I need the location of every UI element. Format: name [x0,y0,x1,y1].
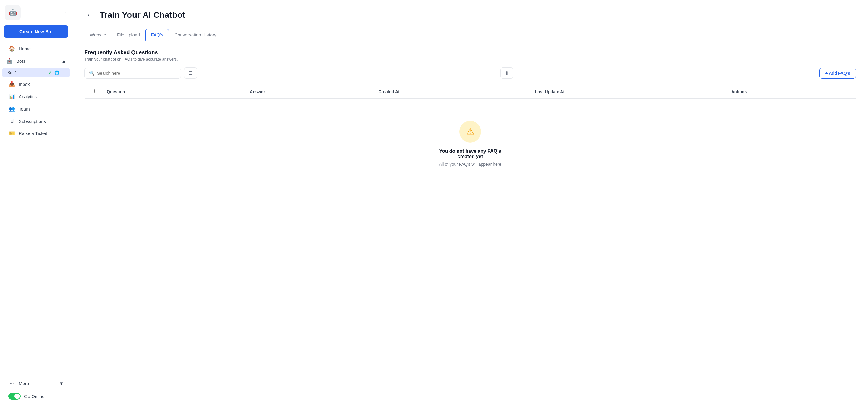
bot-name: Bot 1 [7,70,46,75]
bot-1-item[interactable]: Bot 1 ✔ 🌐 ⋮ [2,68,70,77]
empty-state-title: You do not have any FAQ'screated yet [439,148,501,160]
th-created-at: Created At [372,85,529,99]
faq-table: Question Answer Created At Last Update A… [85,85,856,189]
inbox-icon: 📥 [8,81,15,88]
warning-icon: ⚠ [466,126,475,137]
bot-more-icon[interactable]: ⋮ [62,70,66,75]
upload-button[interactable]: ⬆ [500,68,513,79]
delete-button[interactable]: ☰ [184,68,197,79]
sidebar-item-bots[interactable]: 🤖 Bots ▲ [2,55,70,67]
sidebar-item-team[interactable]: 👥 Team [2,103,70,115]
collapse-button[interactable]: ‹ [63,8,67,17]
sidebar-item-label: Raise a Ticket [19,131,47,136]
faq-section-title: Frequently Asked Questions [85,49,856,56]
search-icon: 🔍 [89,70,95,76]
sidebar-item-more[interactable]: ··· More ▼ [2,377,70,389]
subscriptions-icon: 🖥 [8,118,15,124]
go-online-toggle[interactable] [8,393,21,400]
create-new-bot-button[interactable]: Create New Bot [4,25,68,38]
more-left: ··· More [8,380,29,386]
main-content: ← Train Your AI Chatbot Website File Upl… [72,0,868,408]
more-dots-icon: ··· [8,380,15,386]
faq-section: Frequently Asked Questions Train your ch… [85,49,856,189]
back-button[interactable]: ← [85,10,95,21]
sidebar-item-raise-ticket[interactable]: 🎫 Raise a Ticket [2,127,70,139]
home-icon: 🏠 [8,45,15,52]
search-box: 🔍 [85,68,181,79]
page-title: Train Your AI Chatbot [99,10,185,20]
add-faq-button[interactable]: + Add FAQ's [819,68,856,79]
analytics-icon: 📊 [8,93,15,100]
th-question: Question [101,85,244,99]
sidebar-item-subscriptions[interactable]: 🖥 Subscriptions [2,115,70,127]
sidebar-item-label: Team [19,106,30,111]
warning-circle: ⚠ [459,121,481,142]
bots-label: Bots [16,59,25,64]
sidebar-item-label: Home [19,46,31,51]
search-input[interactable] [97,71,177,76]
sidebar-top: 🤖 ‹ [0,5,72,25]
th-last-update: Last Update At [529,85,725,99]
toggle-thumb [14,394,20,399]
more-label: More [19,381,29,386]
sidebar-item-home[interactable]: 🏠 Home [2,42,70,55]
bot-globe-icon: 🌐 [54,70,59,75]
faq-section-subtitle: Train your chatbot on FAQs to give accur… [85,57,856,62]
tab-faqs[interactable]: FAQ's [145,29,169,41]
upload-icon: ⬆ [505,70,509,76]
tab-file-upload[interactable]: File Upload [112,29,145,41]
tab-conversation-history[interactable]: Conversation History [169,29,222,41]
go-online-bar: Go Online [2,389,70,403]
th-answer: Answer [244,85,372,99]
ticket-icon: 🎫 [8,130,15,136]
bots-icon: 🤖 [6,58,13,64]
th-checkbox [85,85,101,99]
sidebar-item-label: Analytics [19,94,37,99]
go-online-label: Go Online [24,394,44,399]
table-header: Question Answer Created At Last Update A… [85,85,856,99]
bots-section: 🤖 Bots ▲ Bot 1 ✔ 🌐 ⋮ [2,55,70,77]
empty-state: ⚠ You do not have any FAQ'screated yet A… [91,103,849,185]
faq-toolbar: 🔍 ☰ ⬆ + Add FAQ's [85,68,856,79]
tab-bar: Website File Upload FAQ's Conversation H… [85,29,856,41]
empty-state-subtitle: All of your FAQ's will appear here [439,162,501,167]
logo: 🤖 [5,5,21,21]
sidebar-nav: 🏠 Home 🤖 Bots ▲ Bot 1 ✔ 🌐 ⋮ 📥 Inbox [0,42,72,139]
bot-status-icon: ✔ [48,70,52,75]
sidebar: 🤖 ‹ Create New Bot 🏠 Home 🤖 Bots ▲ Bot 1… [0,0,72,408]
team-icon: 👥 [8,106,15,112]
empty-state-cell: ⚠ You do not have any FAQ'screated yet A… [85,99,856,189]
tab-website[interactable]: Website [85,29,112,41]
sidebar-item-label: Inbox [19,82,30,87]
delete-icon: ☰ [188,70,193,76]
select-all-checkbox[interactable] [91,89,95,93]
table-body: ⚠ You do not have any FAQ'screated yet A… [85,99,856,189]
th-actions: Actions [725,85,856,99]
more-chevron-icon: ▼ [59,381,64,386]
sidebar-item-analytics[interactable]: 📊 Analytics [2,91,70,103]
sidebar-item-inbox[interactable]: 📥 Inbox [2,78,70,91]
bots-header-left: 🤖 Bots [6,58,25,64]
sidebar-item-label: Subscriptions [19,119,46,124]
bots-arrow-icon: ▲ [62,59,66,64]
page-header: ← Train Your AI Chatbot [85,10,856,21]
